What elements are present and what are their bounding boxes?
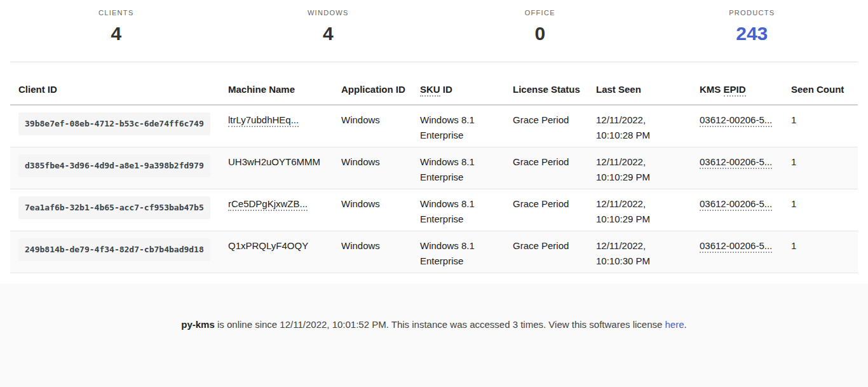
stat-clients-value: 4 xyxy=(10,23,222,44)
license-link[interactable]: here xyxy=(665,319,684,330)
stat-office: OFFICE 0 xyxy=(434,9,646,44)
sku-id-value: Windows 8.1 Enterprise xyxy=(412,105,505,147)
header-machine-name: Machine Name xyxy=(220,76,333,105)
table-row: 7ea1af6b-32b1-4b65-acc7-cf953bab47b5 rCe… xyxy=(10,189,858,231)
last-seen-value: 12/11/2022, 10:10:29 PM xyxy=(588,147,691,189)
client-id-value: d385fbe4-3d96-4d9d-a8e1-9a398b2fd979 xyxy=(18,154,210,177)
header-sku-id: SKU ID xyxy=(412,76,505,105)
header-client-id: Client ID xyxy=(10,76,220,105)
sku-id-value: Windows 8.1 Enterprise xyxy=(412,189,505,231)
stat-office-value: 0 xyxy=(434,23,646,44)
kms-epid-value[interactable]: 03612-00206-5... xyxy=(700,240,772,253)
stat-products-value-link[interactable]: 243 xyxy=(736,23,768,44)
stat-clients: CLIENTS 4 xyxy=(10,9,222,44)
machine-name-value[interactable]: rCe5DPgKjxwZB... xyxy=(228,198,308,211)
table-row: 249b814b-de79-4f34-82d7-cb7b4bad9d18 Q1x… xyxy=(10,231,858,273)
sku-id-value: Windows 8.1 Enterprise xyxy=(412,147,505,189)
sku-id-value: Windows 8.1 Enterprise xyxy=(412,231,505,273)
kms-epid-value[interactable]: 03612-00206-5... xyxy=(700,156,772,169)
license-status-value: Grace Period xyxy=(505,189,588,231)
seen-count-value: 1 xyxy=(783,147,858,189)
client-id-value: 249b814b-de79-4f34-82d7-cb7b4bad9d18 xyxy=(18,238,210,261)
application-id-value: Windows xyxy=(333,231,412,273)
application-id-value: Windows xyxy=(333,189,412,231)
footer: py-kms is online since 12/11/2022, 10:01… xyxy=(0,283,868,387)
stat-windows: WINDOWS 4 xyxy=(222,9,435,44)
application-id-value: Windows xyxy=(333,147,412,189)
stat-clients-label: CLIENTS xyxy=(10,9,222,17)
kms-epid-value[interactable]: 03612-00206-5... xyxy=(700,114,772,127)
client-id-value: 39b8e7ef-08eb-4712-b53c-6de74ff6c749 xyxy=(18,112,210,135)
footer-status-text: py-kms is online since 12/11/2022, 10:01… xyxy=(0,283,868,332)
stats-section: CLIENTS 4 WINDOWS 4 OFFICE 0 PRODUCTS 24… xyxy=(10,0,858,62)
kms-epid-value[interactable]: 03612-00206-5... xyxy=(700,198,772,211)
license-status-value: Grace Period xyxy=(505,105,588,147)
application-id-value: Windows xyxy=(333,105,412,147)
machine-name-value: UH3wH2uOYT6MMM xyxy=(220,147,333,189)
header-kms-epid: KMS EPID xyxy=(691,76,783,105)
stat-products: PRODUCTS 243 xyxy=(646,9,858,44)
machine-name-value: Q1xPRQLyF4OQY xyxy=(220,231,333,273)
clients-table: Client ID Machine Name Application ID SK… xyxy=(10,76,858,273)
stat-office-label: OFFICE xyxy=(434,9,646,17)
stat-windows-label: WINDOWS xyxy=(222,9,435,17)
app-name: py-kms xyxy=(181,319,215,330)
stat-windows-value: 4 xyxy=(222,23,435,44)
clients-table-container: Client ID Machine Name Application ID SK… xyxy=(10,76,858,273)
license-status-value: Grace Period xyxy=(505,231,588,273)
license-status-value: Grace Period xyxy=(505,147,588,189)
machine-name-value[interactable]: ltrLy7ubdhHEq... xyxy=(228,114,299,127)
seen-count-value: 1 xyxy=(783,231,858,273)
header-seen-count: Seen Count xyxy=(783,76,858,105)
header-license-status: License Status xyxy=(505,76,588,105)
header-last-seen: Last Seen xyxy=(588,76,691,105)
footer-period: . xyxy=(684,319,687,330)
footer-message: is online since 12/11/2022, 10:01:52 PM.… xyxy=(215,319,665,330)
seen-count-value: 1 xyxy=(783,189,858,231)
client-id-value: 7ea1af6b-32b1-4b65-acc7-cf953bab47b5 xyxy=(18,196,210,219)
table-row: d385fbe4-3d96-4d9d-a8e1-9a398b2fd979 UH3… xyxy=(10,147,858,189)
stat-products-label: PRODUCTS xyxy=(646,9,858,17)
last-seen-value: 12/11/2022, 10:10:29 PM xyxy=(588,189,691,231)
seen-count-value: 1 xyxy=(783,105,858,147)
table-header-row: Client ID Machine Name Application ID SK… xyxy=(10,76,858,105)
last-seen-value: 12/11/2022, 10:10:28 PM xyxy=(588,105,691,147)
table-row: 39b8e7ef-08eb-4712-b53c-6de74ff6c749 ltr… xyxy=(10,105,858,147)
last-seen-value: 12/11/2022, 10:10:30 PM xyxy=(588,231,691,273)
header-application-id: Application ID xyxy=(333,76,412,105)
